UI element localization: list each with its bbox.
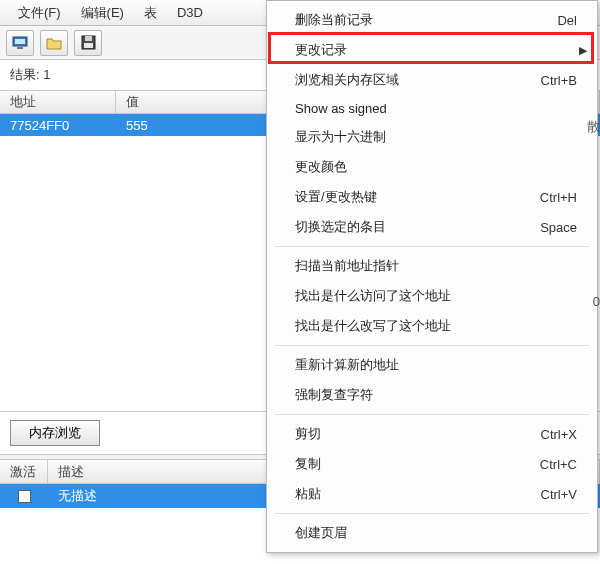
edge-text: 0 [593,294,600,309]
context-menu-item[interactable]: 删除当前记录Del [269,5,595,35]
chevron-right-icon: ▶ [579,44,587,57]
memory-browse-button[interactable]: 内存浏览 [10,420,100,446]
menu-item-label: 创建页眉 [295,524,347,542]
computer-icon [12,36,28,50]
menu-item-label: 剪切 [295,425,321,443]
context-menu-item[interactable]: 设置/更改热键Ctrl+H [269,182,595,212]
menu-item-label: 扫描当前地址指针 [295,257,399,275]
context-menu-item[interactable]: 找出是什么改写了这个地址 [269,311,595,341]
activate-checkbox-cell[interactable] [0,490,48,503]
menu-item-shortcut: Ctrl+H [540,190,577,205]
menu-item-label: 找出是什么改写了这个地址 [295,317,451,335]
menu-item-label: 更改颜色 [295,158,347,176]
menu-d3d[interactable]: D3D [167,2,213,23]
context-menu-item[interactable]: 更改记录▶ [269,35,595,65]
menu-item-shortcut: Ctrl+V [541,487,577,502]
menu-item-label: 浏览相关内存区域 [295,71,399,89]
context-menu-item[interactable]: 切换选定的条目Space [269,212,595,242]
menu-separator [275,513,589,514]
svg-rect-2 [17,47,23,49]
menu-item-shortcut: Del [557,13,577,28]
context-menu-item[interactable]: 复制Ctrl+C [269,449,595,479]
context-menu-item[interactable]: 更改颜色 [269,152,595,182]
context-menu-item[interactable]: 重新计算新的地址 [269,350,595,380]
svg-rect-4 [85,36,92,41]
menu-item-label: 切换选定的条目 [295,218,386,236]
edge-text: 散 [587,118,600,136]
activate-checkbox[interactable] [18,490,31,503]
menu-item-shortcut: Ctrl+B [541,73,577,88]
floppy-disk-icon [81,35,96,50]
context-menu-item[interactable]: 浏览相关内存区域Ctrl+B [269,65,595,95]
menu-separator [275,414,589,415]
context-menu-item[interactable]: 创建页眉 [269,518,595,548]
menu-item-label: 强制复查字符 [295,386,373,404]
context-menu-item[interactable]: 粘贴Ctrl+V [269,479,595,509]
menu-item-shortcut: Space [540,220,577,235]
cell-address: 77524FF0 [0,118,116,133]
menu-item-label: 设置/更改热键 [295,188,377,206]
svg-rect-5 [84,43,93,48]
context-menu-item[interactable]: 强制复查字符 [269,380,595,410]
menu-separator [275,246,589,247]
context-menu-item[interactable]: 找出是什么访问了这个地址 [269,281,595,311]
save-button[interactable] [74,30,102,56]
svg-rect-1 [15,39,25,44]
context-menu-item[interactable]: 剪切Ctrl+X [269,419,595,449]
context-menu-item[interactable]: Show as signed [269,95,595,122]
menu-file[interactable]: 文件(F) [8,1,71,25]
menu-item-label: 找出是什么访问了这个地址 [295,287,451,305]
menu-item-label: 显示为十六进制 [295,128,386,146]
menu-item-shortcut: Ctrl+X [541,427,577,442]
open-process-button[interactable] [6,30,34,56]
results-count: 1 [43,67,50,82]
menu-item-label: 更改记录 [295,41,347,59]
menu-table[interactable]: 表 [134,1,167,25]
results-label: 结果: [10,67,40,82]
menu-item-shortcut: Ctrl+C [540,457,577,472]
context-menu-item[interactable]: 扫描当前地址指针 [269,251,595,281]
col-activate[interactable]: 激活 [0,460,48,483]
col-address[interactable]: 地址 [0,91,116,113]
menu-separator [275,345,589,346]
menu-item-label: 删除当前记录 [295,11,373,29]
open-file-button[interactable] [40,30,68,56]
folder-open-icon [46,36,62,50]
menu-edit[interactable]: 编辑(E) [71,1,134,25]
menu-item-label: 重新计算新的地址 [295,356,399,374]
menu-item-label: 复制 [295,455,321,473]
context-menu: 删除当前记录Del更改记录▶浏览相关内存区域Ctrl+BShow as sign… [266,0,598,553]
menu-item-label: Show as signed [295,101,387,116]
context-menu-item[interactable]: 显示为十六进制 [269,122,595,152]
menu-item-label: 粘贴 [295,485,321,503]
